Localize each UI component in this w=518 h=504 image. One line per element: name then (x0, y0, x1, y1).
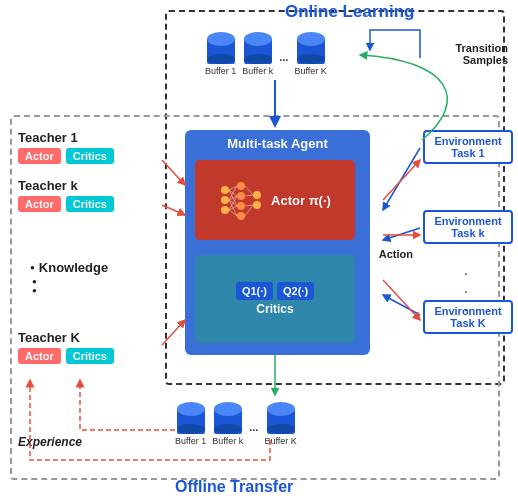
top-buffer-K: Buffer K (294, 30, 326, 76)
online-title: Online Learning (285, 2, 414, 22)
diagram: Online Learning Offline Transfer Buffer … (0, 0, 518, 504)
teacher-1-label: Teacher 1 (18, 130, 173, 145)
svg-line-20 (245, 195, 253, 196)
env-task-K: Environment Task K (423, 300, 513, 334)
env-task-k: Environment Task k (423, 210, 513, 244)
svg-point-8 (253, 201, 261, 209)
teacher-k: Teacher k Actor Critics (18, 178, 173, 212)
teacher-1-actor: Actor (18, 148, 61, 164)
action-label: Action (379, 248, 413, 260)
teacher-K-actor: Actor (18, 348, 61, 364)
critics-label: Critics (256, 302, 293, 316)
teacher-K-critics: Critics (66, 348, 114, 364)
svg-point-5 (237, 202, 245, 210)
critics-box: Q1(·) Q2(·) Critics (195, 255, 355, 343)
bottom-buffer-group: Buffer 1 Buffer k ··· Buffer K (175, 400, 297, 446)
nn-icon-actor (219, 178, 263, 222)
env-dots: ··· (464, 265, 468, 317)
top-buffer-k: Buffer k (242, 30, 273, 76)
experience-label: Experience (18, 435, 82, 449)
top-buffer-1: Buffer 1 (205, 30, 236, 76)
top-buffer-dots: ··· (279, 54, 288, 66)
teacher-K-label: Teacher K (18, 330, 114, 345)
bottom-buffer-K: Buffer K (264, 400, 296, 446)
svg-point-3 (237, 182, 245, 190)
svg-point-7 (253, 191, 261, 199)
teacher-K: Teacher K Actor Critics (18, 330, 114, 364)
teacher-k-actor: Actor (18, 196, 61, 212)
svg-point-4 (237, 192, 245, 200)
svg-line-22 (245, 205, 253, 216)
knowledge-label: Knowledge (39, 260, 108, 275)
svg-line-21 (245, 205, 253, 206)
svg-point-1 (221, 196, 229, 204)
knowledge-area: ● Knowledge ● ● (30, 260, 108, 295)
actor-box: Actor π(·) (195, 160, 355, 240)
agent-label: Multi-task Agent (185, 130, 370, 151)
q1-label: Q1(·) (236, 282, 273, 300)
q2-label: Q2(·) (277, 282, 314, 300)
teacher-k-critics: Critics (66, 196, 114, 212)
bottom-buffer-k: Buffer k (212, 400, 243, 446)
actor-inner-label: Actor π(·) (271, 193, 331, 208)
bottom-buffer-1: Buffer 1 (175, 400, 206, 446)
teacher-1-critics: Critics (66, 148, 114, 164)
svg-point-6 (237, 212, 245, 220)
svg-point-0 (221, 186, 229, 194)
teacher-1: Teacher 1 Actor Critics (18, 130, 173, 164)
teacher-k-label: Teacher k (18, 178, 173, 193)
top-buffer-group: Buffer 1 Buffer k ··· Buffer K (205, 30, 327, 76)
bottom-buffer-dots: ··· (249, 424, 258, 436)
transition-label: Transition Samples (455, 42, 508, 66)
svg-point-2 (221, 206, 229, 214)
env-task-1: Environment Task 1 (423, 130, 513, 164)
svg-line-19 (245, 186, 253, 195)
offline-title: Offline Transfer (175, 478, 293, 496)
